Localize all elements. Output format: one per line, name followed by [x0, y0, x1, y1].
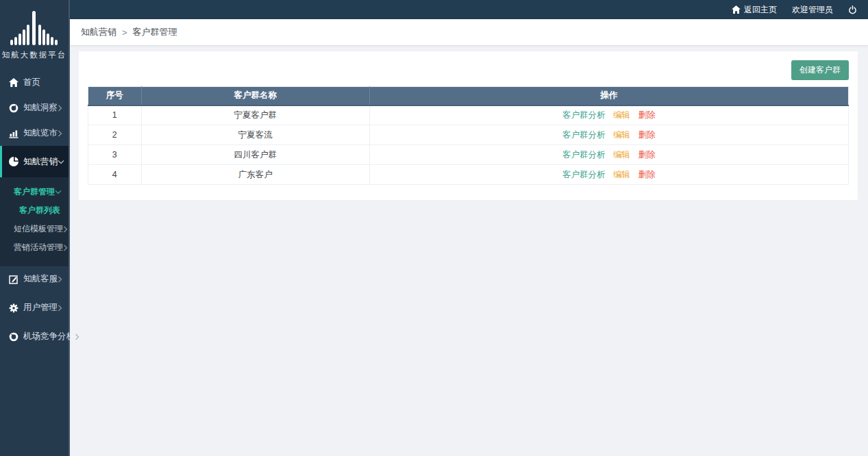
breadcrumb-item-customer-group: 客户群管理	[133, 26, 177, 38]
back-home-label: 返回主页	[744, 4, 777, 16]
submenu-item-customer-group-mgmt[interactable]: 客户群管理	[0, 183, 69, 201]
cell-name: 广东客户	[141, 165, 369, 185]
brand-logo-icon	[8, 8, 61, 47]
analyze-link[interactable]: 客户群分析	[562, 110, 606, 120]
back-home-icon	[732, 5, 741, 14]
table-row: 2 宁夏客流 客户群分析 编辑 删除	[88, 125, 849, 145]
header-no: 序号	[88, 87, 142, 105]
main-column: 返回主页 欢迎管理员 知航营销 > 客户群管理 创建客户群	[70, 0, 868, 456]
cell-name: 宁夏客户群	[141, 105, 369, 125]
cell-name: 四川客户群	[141, 145, 369, 165]
breadcrumb: 知航营销 > 客户群管理	[70, 19, 868, 45]
edit-link[interactable]: 编辑	[613, 130, 630, 140]
customer-group-panel: 创建客户群 序号 客户群名称 操作 1 宁夏客户群	[79, 51, 858, 200]
bar-chart-icon	[8, 129, 18, 138]
sidebar-menu: 首页 知航洞察 知航览市	[0, 70, 69, 349]
cell-name: 宁夏客流	[141, 125, 369, 145]
pie-chart-icon	[8, 157, 18, 166]
chevron-right-icon	[58, 276, 62, 283]
marketing-submenu: 客户群管理 客户群列表 短信模板管理	[0, 177, 69, 266]
delete-link[interactable]: 删除	[638, 170, 656, 179]
sidebar-item-home[interactable]: 首页	[0, 70, 69, 95]
chevron-right-icon	[58, 105, 62, 112]
power-icon[interactable]	[848, 5, 857, 14]
submenu-item-label: 客户群管理	[14, 186, 55, 198]
analyze-link[interactable]: 客户群分析	[562, 130, 606, 140]
home-icon	[8, 78, 18, 87]
edit-link[interactable]: 编辑	[613, 150, 630, 160]
submenu-item-label: 营销活动管理	[14, 242, 63, 253]
content-area: 创建客户群 序号 客户群名称 操作 1 宁夏客户群	[70, 45, 868, 456]
welcome-text: 欢迎管理员	[792, 4, 833, 16]
sidebar-item-marketing[interactable]: 知航营销	[0, 146, 69, 177]
brand: 知航大数据平台	[0, 0, 69, 60]
chevron-right-icon	[75, 333, 79, 340]
header-name: 客户群名称	[141, 87, 369, 105]
table-row: 3 四川客户群 客户群分析 编辑 删除	[88, 145, 849, 165]
sidebar-item-service[interactable]: 知航客服	[0, 266, 69, 292]
panel-toolbar: 创建客户群	[88, 60, 849, 80]
submenu-item-label: 客户群列表	[19, 205, 60, 216]
analyze-link[interactable]: 客户群分析	[562, 150, 606, 160]
sidebar-group-marketing: 知航营销 客户群管理 客户群列表	[0, 146, 69, 266]
gear-icon	[8, 303, 18, 313]
cell-no: 1	[88, 105, 142, 125]
header-ops: 操作	[369, 87, 848, 105]
insight-gauge-icon	[8, 103, 18, 113]
submenu-item-label: 短信模板管理	[14, 223, 63, 235]
back-home-link[interactable]: 返回主页	[732, 4, 777, 16]
chevron-right-icon	[58, 305, 62, 312]
customer-group-table: 序号 客户群名称 操作 1 宁夏客户群 客户群分析 编辑 删除	[88, 86, 849, 185]
cell-no: 3	[88, 145, 142, 165]
cell-no: 4	[88, 165, 142, 185]
sidebar-item-label: 知航客服	[23, 273, 58, 285]
sidebar-item-label: 首页	[23, 77, 40, 88]
sidebar: 知航大数据平台 首页 知航洞察	[0, 0, 70, 456]
cell-ops: 客户群分析 编辑 删除	[369, 165, 848, 185]
sidebar-item-users[interactable]: 用户管理	[0, 295, 69, 320]
sidebar-item-label: 知航营销	[23, 156, 58, 168]
cell-ops: 客户群分析 编辑 删除	[369, 105, 848, 125]
chevron-down-icon	[55, 190, 62, 194]
chevron-down-icon	[58, 160, 64, 164]
submenu-item-sms-template[interactable]: 短信模板管理	[0, 220, 69, 238]
submenu-item-campaign-mgmt[interactable]: 营销活动管理	[0, 238, 69, 257]
topbar: 返回主页 欢迎管理员	[70, 0, 868, 19]
sidebar-item-label: 知航览市	[23, 127, 58, 139]
breadcrumb-item-marketing[interactable]: 知航营销	[81, 26, 116, 38]
sidebar-item-market[interactable]: 知航览市	[0, 121, 69, 146]
app-root: 知航大数据平台 首页 知航洞察	[0, 0, 868, 456]
breadcrumb-separator: >	[122, 27, 127, 38]
delete-link[interactable]: 删除	[638, 130, 656, 140]
cell-no: 2	[88, 125, 142, 145]
delete-link[interactable]: 删除	[638, 110, 656, 120]
table-row: 4 广东客户 客户群分析 编辑 删除	[88, 165, 849, 185]
edit-link[interactable]: 编辑	[613, 170, 630, 179]
edit-square-icon	[8, 275, 18, 284]
brand-name: 知航大数据平台	[0, 50, 69, 60]
submenu-item-customer-group-list[interactable]: 客户群列表	[0, 201, 69, 220]
chevron-right-icon	[58, 130, 62, 137]
edit-link[interactable]: 编辑	[613, 110, 630, 120]
sidebar-item-label: 知航洞察	[23, 102, 58, 114]
sidebar-item-insight[interactable]: 知航洞察	[0, 95, 69, 121]
cell-ops: 客户群分析 编辑 删除	[369, 145, 848, 165]
table-header-row: 序号 客户群名称 操作	[88, 87, 849, 105]
analyze-link[interactable]: 客户群分析	[562, 170, 606, 179]
sidebar-item-label: 机场竞争分析	[23, 331, 75, 342]
create-group-button[interactable]: 创建客户群	[791, 60, 849, 80]
table-row: 1 宁夏客户群 客户群分析 编辑 删除	[88, 105, 849, 125]
sidebar-item-airport-competition[interactable]: 机场竞争分析	[0, 324, 69, 349]
delete-link[interactable]: 删除	[638, 150, 656, 160]
sidebar-item-label: 用户管理	[23, 302, 58, 314]
chevron-right-icon	[63, 244, 68, 251]
competition-gauge-icon	[8, 332, 18, 342]
chevron-right-icon	[63, 226, 68, 233]
cell-ops: 客户群分析 编辑 删除	[369, 125, 848, 145]
